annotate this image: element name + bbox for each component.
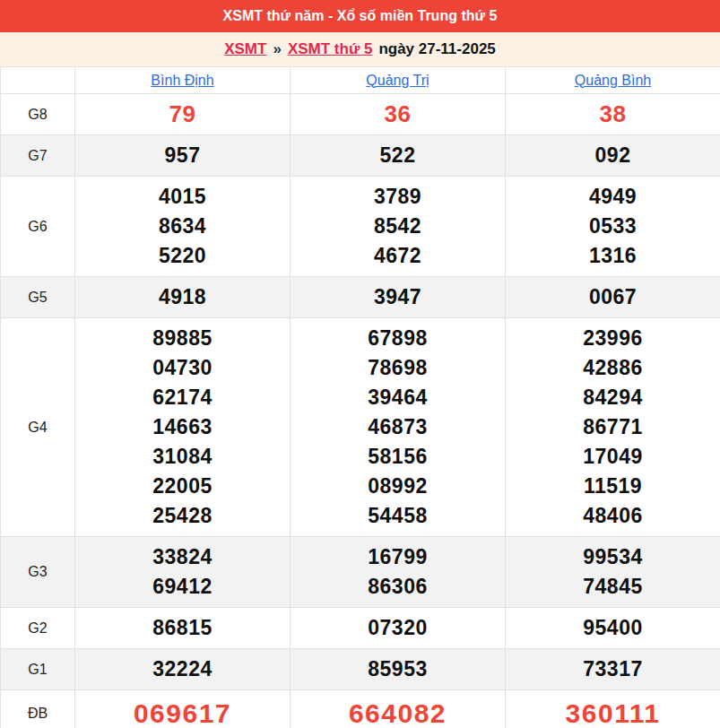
result-number: 95400 bbox=[506, 613, 720, 643]
prize-label-g2: G2 bbox=[1, 608, 75, 649]
result-number: 092 bbox=[506, 141, 720, 170]
result-number: 42886 bbox=[506, 353, 720, 383]
column-header-binh-dinh: Bình Định bbox=[75, 67, 291, 94]
result-cell: 3382469412 bbox=[75, 537, 291, 608]
column-header-quang-tri: Quảng Trị bbox=[291, 67, 506, 94]
breadcrumb-date: ngày 27-11-2025 bbox=[378, 40, 495, 58]
prize-label-g4: G4 bbox=[1, 318, 75, 537]
prize-row-db: ĐB069617664082360111 bbox=[1, 690, 720, 728]
result-number: 74845 bbox=[506, 572, 720, 602]
breadcrumb: XSMT » XSMT thứ 5 ngày 27-11-2025 bbox=[0, 32, 720, 66]
result-number: 04730 bbox=[75, 353, 290, 383]
result-cell: 67898786983946446873581560899254458 bbox=[291, 318, 506, 537]
result-number: 4015 bbox=[75, 182, 290, 212]
result-number: 25428 bbox=[75, 501, 290, 531]
prize-label-g8: G8 bbox=[1, 94, 75, 135]
result-number: 33824 bbox=[75, 542, 290, 572]
prize-row-g6: G6401586345220378985424672494905331316 bbox=[1, 177, 720, 277]
result-number: 4672 bbox=[291, 241, 505, 271]
result-cell: 73317 bbox=[506, 649, 720, 690]
result-number: 17049 bbox=[506, 442, 720, 472]
province-link-quang-binh[interactable]: Quảng Bình bbox=[575, 73, 651, 88]
result-number: 11519 bbox=[506, 472, 720, 501]
result-number: 62174 bbox=[75, 383, 290, 412]
result-number: 3947 bbox=[291, 282, 505, 312]
result-cell: 38 bbox=[506, 94, 720, 135]
result-cell: 3947 bbox=[291, 277, 506, 318]
result-cell: 1679986306 bbox=[291, 537, 506, 608]
result-number: 069617 bbox=[75, 696, 290, 728]
prize-row-g8: G8793638 bbox=[1, 94, 720, 135]
result-number: 522 bbox=[291, 141, 505, 170]
prize-label-g3: G3 bbox=[1, 537, 75, 608]
result-number: 38 bbox=[506, 100, 720, 129]
prize-row-g3: G3338246941216799863069953474845 bbox=[1, 537, 720, 608]
prize-label-db: ĐB bbox=[1, 690, 75, 728]
result-number: 69412 bbox=[75, 572, 290, 602]
result-cell: 79 bbox=[75, 94, 291, 135]
result-number: 89885 bbox=[75, 324, 290, 353]
page-title: XSMT thứ năm - Xổ số miền Trung thứ 5 bbox=[223, 8, 498, 24]
breadcrumb-link-xsmt[interactable]: XSMT bbox=[224, 40, 266, 58]
result-number: 67898 bbox=[291, 324, 505, 353]
result-number: 3789 bbox=[291, 182, 505, 212]
result-cell: 0067 bbox=[506, 277, 720, 318]
result-number: 08992 bbox=[291, 472, 505, 501]
result-number: 48406 bbox=[506, 501, 720, 531]
result-cell: 36 bbox=[291, 94, 506, 135]
result-number: 0533 bbox=[506, 212, 720, 241]
result-cell: 07320 bbox=[291, 608, 506, 649]
result-number: 78698 bbox=[291, 353, 505, 383]
result-cell: 401586345220 bbox=[75, 177, 291, 277]
result-number: 85953 bbox=[291, 654, 505, 684]
prize-label-g6: G6 bbox=[1, 177, 75, 277]
result-number: 79 bbox=[75, 100, 290, 129]
result-number: 664082 bbox=[291, 696, 505, 728]
corner-cell bbox=[1, 67, 75, 94]
result-number: 31084 bbox=[75, 442, 290, 472]
result-number: 14663 bbox=[75, 412, 290, 442]
prize-row-g2: G2868150732095400 bbox=[1, 608, 720, 649]
result-cell: 360111 bbox=[506, 690, 720, 728]
result-number: 4949 bbox=[506, 182, 720, 212]
column-header-quang-binh: Quảng Bình bbox=[506, 67, 720, 94]
result-number: 39464 bbox=[291, 383, 505, 412]
result-number: 4918 bbox=[75, 282, 290, 312]
result-number: 5220 bbox=[75, 241, 290, 271]
result-number: 84294 bbox=[506, 383, 720, 412]
result-number: 1316 bbox=[506, 241, 720, 271]
result-cell: 957 bbox=[75, 135, 291, 177]
prize-row-g1: G1322248595373317 bbox=[1, 649, 720, 690]
result-number: 07320 bbox=[291, 613, 505, 643]
result-number: 86815 bbox=[75, 613, 290, 643]
result-number: 99534 bbox=[506, 542, 720, 572]
result-number: 73317 bbox=[506, 654, 720, 684]
result-number: 32224 bbox=[75, 654, 290, 684]
breadcrumb-link-xsmt-thu-5[interactable]: XSMT thứ 5 bbox=[288, 40, 372, 58]
breadcrumb-separator: » bbox=[273, 40, 281, 58]
province-link-quang-tri[interactable]: Quảng Trị bbox=[366, 73, 429, 88]
result-cell: 85953 bbox=[291, 649, 506, 690]
result-cell: 522 bbox=[291, 135, 506, 177]
result-number: 957 bbox=[75, 141, 290, 170]
result-cell: 89885047306217414663310842200525428 bbox=[75, 318, 291, 537]
prize-row-g7: G7957522092 bbox=[1, 135, 720, 177]
prize-label-g1: G1 bbox=[1, 649, 75, 690]
result-number: 8634 bbox=[75, 212, 290, 241]
province-header-row: Bình Định Quảng Trị Quảng Bình bbox=[1, 67, 720, 94]
result-cell: 494905331316 bbox=[506, 177, 720, 277]
result-number: 23996 bbox=[506, 324, 720, 353]
prize-label-g5: G5 bbox=[1, 277, 75, 318]
result-cell: 23996428868429486771170491151948406 bbox=[506, 318, 720, 537]
result-cell: 95400 bbox=[506, 608, 720, 649]
result-cell: 4918 bbox=[75, 277, 291, 318]
prize-label-g7: G7 bbox=[1, 135, 75, 177]
result-cell: 86815 bbox=[75, 608, 291, 649]
result-number: 46873 bbox=[291, 412, 505, 442]
result-number: 54458 bbox=[291, 501, 505, 531]
result-number: 36 bbox=[291, 100, 505, 129]
result-number: 22005 bbox=[75, 472, 290, 501]
results-table: Bình Định Quảng Trị Quảng Bình G8793638G… bbox=[0, 66, 720, 728]
province-link-binh-dinh[interactable]: Bình Định bbox=[151, 73, 213, 88]
title-bar: XSMT thứ năm - Xổ số miền Trung thứ 5 bbox=[0, 0, 720, 32]
